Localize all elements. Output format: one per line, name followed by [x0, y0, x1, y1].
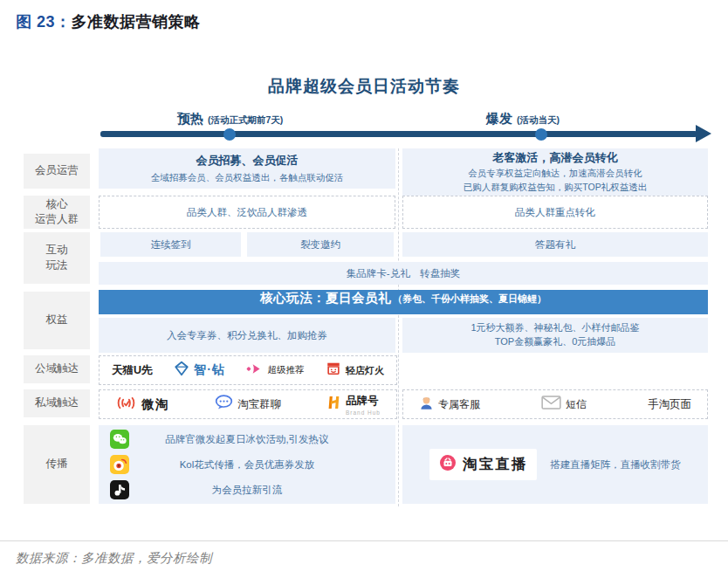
figure-title: 图 23：多准数据营销策略	[16, 11, 201, 32]
brand-hub-en-label: Brand Hub	[346, 410, 381, 416]
brand-hub-h-icon	[327, 395, 341, 414]
communication-line2: Kol花式传播，会员优惠券发放	[180, 458, 315, 471]
logo-group-chat: 淘宝群聊	[215, 395, 281, 414]
communication-line3: 为会员拉新引流	[212, 484, 283, 497]
membership-preheat-desc: 全域招募会员、会员权益透出，各触点联动促活	[151, 171, 344, 184]
membership-preheat-box: 会员招募、会员促活 全域招募会员、会员权益透出，各触点联动促活	[99, 148, 395, 189]
interactive-quiz-box: 答题有礼	[402, 232, 708, 257]
chat-bubble-icon	[215, 395, 233, 414]
membership-burst-line1: 会员专享权益定向触达，加速高潜会员转化	[468, 167, 642, 180]
membership-preheat-title: 会员招募、会员促活	[196, 153, 299, 169]
row-label-private-reach: 私域触达	[24, 389, 90, 417]
communication-right-box: 淘宝直播 搭建直播矩阵，直播收割带货	[402, 425, 708, 504]
super-rec-label: 超级推荐	[267, 364, 304, 376]
benefits-banner-main: 核心玩法：夏日会员礼	[260, 290, 391, 306]
communication-left-box: 品牌官微发起夏日冰饮活动,引发热议 Kol花式传播，会员优惠券发放 为会员拉新引…	[99, 425, 395, 504]
phase-burst: 爆发 (活动当天)	[486, 111, 560, 127]
phase-preheat: 预热 (活动正式期前7天)	[177, 111, 283, 127]
core-group-burst-box: 品类人群重点转化	[402, 196, 708, 229]
logo-service: 专属客服	[419, 396, 480, 414]
logo-qingdian: 轻店灯火	[326, 361, 384, 380]
membership-burst-line2: 已购人群复购权益告知，购买TOP礼权益透出	[464, 181, 647, 194]
logo-tmall-u: 天猫U先	[112, 363, 153, 378]
membership-burst-title: 老客激活，高潜会员转化	[493, 150, 618, 166]
public-reach-box: 天猫U先 智·钻 超级推荐 轻店灯火	[99, 355, 397, 385]
timeline-dot-burst	[535, 128, 547, 141]
private-reach-left-box: 微淘 淘宝群聊 品牌号 Brand Hub	[99, 389, 397, 419]
wechat-icon	[110, 430, 129, 449]
row-label-communication: 传播	[24, 425, 90, 504]
benefits-burst-box: 1元秒大额券、神秘礼包、小样付邮品鉴 TOP金额赢豪礼、0元抽爆品	[402, 318, 708, 353]
membership-burst-box: 老客激活，高潜会员转化 会员专享权益定向触达，加速高潜会员转化 已购人群复购权益…	[402, 148, 708, 196]
weibo-icon	[110, 455, 129, 474]
tmall-u-label: 天猫U先	[112, 363, 153, 378]
row-label-interactive: 互动 玩法	[24, 232, 90, 284]
column-divider	[398, 148, 399, 506]
gem-icon	[174, 361, 189, 380]
communication-line2-row: Kol花式传播，会员优惠券发放	[99, 452, 395, 478]
zhizuan-label: 智·钻	[194, 362, 225, 378]
logo-zhizuan: 智·钻	[174, 361, 225, 380]
benefits-banner-note: （券包、千份小样抽奖、夏日锦鲤）	[393, 292, 546, 306]
weitao-label: 微淘	[141, 396, 168, 413]
phase-preheat-name: 预热	[177, 111, 203, 127]
interactive-invite-box: 裂变邀约	[247, 232, 394, 257]
timeline-bar	[100, 131, 697, 137]
interactive-cards-box: 集品牌卡-兑礼 转盘抽奖	[99, 262, 708, 285]
taobao-live-desc: 搭建直播矩阵，直播收割带货	[550, 458, 681, 471]
row-label-public-reach: 公域触达	[24, 355, 90, 383]
figure-name: 多准数据营销策略	[72, 13, 201, 31]
sms-label: 短信	[566, 397, 587, 412]
tiktok-icon	[110, 480, 129, 499]
taobao-live-label: 淘宝直播	[463, 455, 527, 474]
figure-number: 图 23：	[16, 13, 72, 31]
core-group-preheat-box: 品类人群、泛饮品人群渗透	[99, 196, 395, 229]
customer-service-icon	[419, 396, 434, 414]
logo-sms: 短信	[541, 396, 587, 413]
logo-brand-hub: 品牌号 Brand Hub	[327, 394, 381, 416]
logo-weitao: 微淘	[115, 396, 168, 414]
row-label-core-group: 核心 运营人群	[24, 196, 90, 229]
storefront-icon	[326, 361, 341, 380]
diagram-title: 品牌超级会员日活动节奏	[0, 75, 728, 98]
interactive-signin-box: 连续签到	[100, 232, 241, 257]
timeline-arrow-icon	[696, 125, 711, 142]
brand-hub-label: 品牌号	[346, 394, 379, 409]
row-label-membership: 会员运营	[24, 154, 90, 189]
footer-divider	[0, 540, 728, 541]
mobile-page-label: 手淘页面	[648, 397, 691, 412]
figure-canvas: 图 23：多准数据营销策略 品牌超级会员日活动节奏 预热 (活动正式期前7天) …	[0, 0, 728, 585]
service-label: 专属客服	[438, 397, 480, 412]
communication-line1: 品牌官微发起夏日冰饮活动,引发热议	[165, 433, 328, 446]
broadcast-icon	[115, 396, 137, 414]
envelope-icon	[541, 396, 561, 413]
timeline-dot-preheat	[223, 128, 236, 141]
phase-burst-note: (活动当天)	[517, 114, 560, 127]
mobile-page-item: 手淘页面	[648, 397, 691, 412]
logo-super-rec: 超级推荐	[246, 362, 304, 379]
phase-preheat-note: (活动正式期前7天)	[208, 114, 283, 127]
group-chat-label: 淘宝群聊	[237, 397, 281, 412]
row-label-benefits: 权益	[24, 292, 90, 349]
benefits-preheat-box: 入会专享券、积分兑换礼、加购抢券	[99, 318, 395, 353]
arrow-icon	[246, 362, 263, 379]
phase-burst-name: 爆发	[486, 111, 512, 127]
private-reach-right-box: 专属客服 短信 手淘页面	[402, 389, 708, 419]
taobao-live-logo: 淘宝直播	[429, 449, 537, 480]
communication-line1-row: 品牌官微发起夏日冰饮活动,引发热议	[99, 427, 395, 452]
taobao-live-icon	[439, 454, 457, 475]
communication-line3-row: 为会员拉新引流	[99, 478, 395, 503]
data-source-caption: 数据来源：多准数据，爱分析绘制	[16, 550, 212, 567]
qingdian-label: 轻店灯火	[346, 364, 384, 377]
benefits-banner: 核心玩法：夏日会员礼 （券包、千份小样抽奖、夏日锦鲤）	[99, 290, 708, 314]
benefits-burst-line2: TOP金额赢豪礼、0元抽爆品	[495, 335, 616, 349]
benefits-burst-line1: 1元秒大额券、神秘礼包、小样付邮品鉴	[470, 321, 639, 335]
